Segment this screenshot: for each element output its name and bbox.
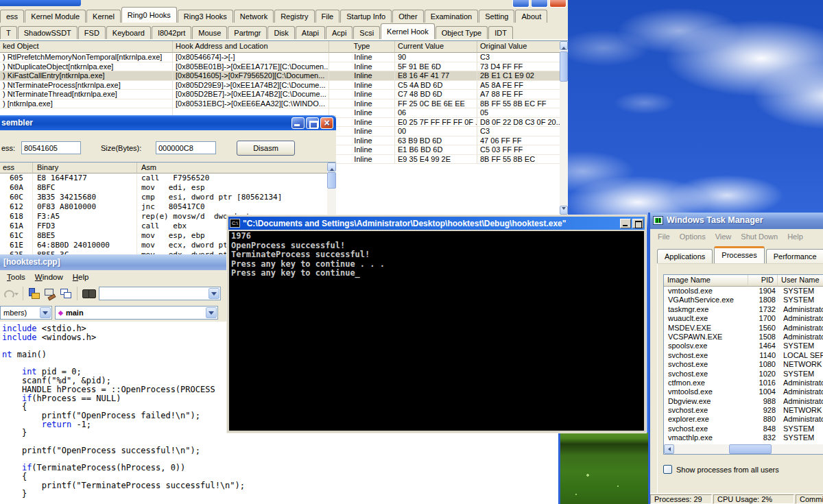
process-row[interactable]: explorer.exe880Administrator bbox=[664, 415, 823, 424]
scroll-thumb[interactable] bbox=[327, 172, 336, 189]
hook-table-row[interactable]: ) NtDuplicateObject[ntkrnlpa.exe][0x805B… bbox=[0, 62, 568, 72]
hook-table-row[interactable]: ) NtTerminateThread[ntkrnlpa.exe][0x805D… bbox=[0, 90, 568, 99]
tab-ring3-hooks[interactable]: Ring3 Hooks bbox=[178, 10, 233, 23]
column-header-current-value[interactable]: Current Value bbox=[395, 41, 477, 53]
process-row[interactable]: wuauclt.exe1700Administrator bbox=[664, 314, 823, 323]
hook-table-row[interactable]: ) NtTerminateProcess[ntkrnlpa.exe][0x805… bbox=[0, 81, 568, 91]
disassembly-row[interactable]: 605E8 164F4177call F7956520 bbox=[0, 173, 336, 183]
menu-window[interactable]: Window bbox=[30, 272, 68, 283]
chevron-down-icon[interactable] bbox=[208, 288, 219, 299]
process-row[interactable]: vmtoolsd.exe1904SYSTEM bbox=[664, 287, 823, 296]
tab-keyboard[interactable]: Keyboard bbox=[106, 26, 151, 39]
scroll-thumb[interactable] bbox=[560, 51, 568, 82]
close-icon[interactable] bbox=[549, 0, 566, 8]
process-row[interactable]: VCSPAWN.EXE1508Administrator bbox=[664, 333, 823, 341]
column-header-ess[interactable]: ess bbox=[0, 163, 33, 173]
tab-kernel-hook[interactable]: Kernel Hook bbox=[381, 23, 435, 39]
size-input[interactable] bbox=[156, 141, 216, 154]
tab-t[interactable]: T bbox=[0, 26, 17, 39]
process-row[interactable]: svchost.exe1020SYSTEM bbox=[664, 370, 823, 379]
function-combo[interactable]: ◆ main bbox=[55, 306, 218, 320]
tab-scsi[interactable]: Scsi bbox=[353, 26, 380, 39]
tab-i8042prt[interactable]: I8042prt bbox=[152, 26, 191, 39]
column-header-user-name[interactable]: User Name bbox=[778, 275, 823, 287]
tab-ring0-hooks[interactable]: Ring0 Hooks bbox=[121, 7, 177, 23]
process-row[interactable]: Dbgview.exe988Administrator bbox=[664, 397, 823, 406]
minimize-icon[interactable] bbox=[620, 219, 631, 228]
process-row[interactable]: svchost.exe928NETWORK SERVICE bbox=[664, 406, 823, 415]
tab-object-type[interactable]: Object Type bbox=[436, 26, 488, 39]
find-in-files-icon[interactable] bbox=[82, 287, 97, 300]
process-row[interactable]: svchost.exe848SYSTEM bbox=[664, 424, 823, 433]
maximize-icon[interactable] bbox=[306, 117, 319, 129]
tab-file[interactable]: File bbox=[315, 10, 340, 23]
column-header-original-value[interactable]: Original Value bbox=[477, 41, 568, 53]
windows-icon[interactable] bbox=[59, 287, 73, 300]
workspace-icon[interactable] bbox=[27, 287, 41, 300]
tab-ess[interactable]: ess bbox=[0, 10, 24, 23]
column-header-image-name[interactable]: Image Name bbox=[664, 275, 748, 287]
tab-applications[interactable]: Applications bbox=[657, 249, 713, 263]
column-header-type[interactable]: Type bbox=[329, 41, 395, 53]
tab-shadowssdt[interactable]: ShadowSSDT bbox=[18, 26, 77, 39]
scroll-down-icon[interactable] bbox=[560, 206, 568, 215]
process-row[interactable]: svchost.exe1140LOCAL SERVICE bbox=[664, 351, 823, 360]
tab-atapi[interactable]: Atapi bbox=[296, 26, 325, 39]
menu-view[interactable]: View bbox=[711, 231, 737, 242]
maximize-icon[interactable] bbox=[531, 0, 548, 8]
process-list-hscrollbar[interactable] bbox=[664, 444, 823, 454]
address-input[interactable] bbox=[21, 141, 81, 154]
tab-disk[interactable]: Disk bbox=[267, 26, 294, 39]
tab-other[interactable]: Other bbox=[392, 10, 424, 23]
tab-mouse[interactable]: Mouse bbox=[192, 26, 227, 39]
hook-table-row[interactable]: ) [ntkrnlpa.exe][0x80531EBC]->[0xEE6EAA3… bbox=[0, 99, 568, 109]
close-icon[interactable] bbox=[320, 117, 333, 129]
tab-examination[interactable]: Examination bbox=[425, 10, 479, 23]
menu-tools[interactable]: Tools bbox=[2, 272, 30, 283]
find-combo[interactable] bbox=[99, 287, 221, 300]
process-row[interactable]: ctfmon.exe1016Administrator bbox=[664, 379, 823, 387]
menu-file[interactable]: File bbox=[653, 231, 675, 242]
column-header-asm[interactable]: Asm bbox=[137, 163, 336, 173]
tab-kernel[interactable]: Kernel bbox=[86, 10, 121, 23]
column-header-binary[interactable]: Binary bbox=[33, 163, 137, 173]
tab-processes[interactable]: Processes bbox=[714, 246, 764, 263]
tab-registry[interactable]: Registry bbox=[274, 10, 314, 23]
scroll-left-icon[interactable] bbox=[664, 444, 674, 454]
process-row[interactable]: spoolsv.exe1464SYSTEM bbox=[664, 341, 823, 350]
build-icon[interactable] bbox=[43, 287, 57, 300]
chevron-down-icon[interactable] bbox=[40, 307, 51, 318]
column-header-hook-address-and-location[interactable]: Hook Address and Location bbox=[173, 41, 329, 53]
disassembly-row[interactable]: 60C3B35 34215680cmp esi, dword ptr [8056… bbox=[0, 193, 336, 202]
disassembly-row[interactable]: 60A8BFCmov edi, esp bbox=[0, 183, 336, 193]
tab-network[interactable]: Network bbox=[234, 10, 274, 23]
process-row[interactable]: VGAuthService.exe1808SYSTEM bbox=[664, 296, 823, 304]
hook-table-scrollbar[interactable] bbox=[560, 41, 568, 215]
scroll-up-icon[interactable] bbox=[327, 163, 336, 171]
tab-fsd[interactable]: FSD bbox=[78, 26, 106, 39]
scroll-up-icon[interactable] bbox=[560, 41, 568, 50]
scroll-thumb[interactable] bbox=[729, 444, 772, 454]
tab-partmgr[interactable]: Partmgr bbox=[228, 26, 267, 39]
symbol-combo[interactable]: mbers) bbox=[0, 306, 52, 320]
menu-help[interactable]: Help bbox=[783, 231, 808, 242]
maximize-icon[interactable] bbox=[632, 219, 643, 228]
tab-setting[interactable]: Setting bbox=[479, 10, 514, 23]
disassembly-row[interactable]: 6120F83 A8010000jnc 805417C0 bbox=[0, 202, 336, 212]
process-row[interactable]: vmacthlp.exe832SYSTEM bbox=[664, 433, 823, 442]
process-row[interactable]: taskmgr.exe1732Administrator bbox=[664, 305, 823, 314]
tab-performance[interactable]: Performance bbox=[766, 249, 823, 263]
process-row[interactable]: svchost.exe1080NETWORK SERVICE bbox=[664, 360, 823, 369]
menu-help[interactable]: Help bbox=[68, 272, 94, 283]
tab-startup-info[interactable]: Startup Info bbox=[340, 10, 392, 23]
menu-options[interactable]: Options bbox=[675, 231, 711, 242]
redo-icon[interactable] bbox=[2, 287, 19, 300]
menu-shut-down[interactable]: Shut Down bbox=[736, 231, 783, 242]
tab-kernel-module[interactable]: Kernel Module bbox=[25, 10, 86, 23]
tab-idt[interactable]: IDT bbox=[488, 26, 513, 39]
process-row[interactable]: vmtoolsd.exe1004Administrator bbox=[664, 387, 823, 396]
hook-table-row[interactable]: ) KiFastCallEntry[ntkrnlpa.exe][0x805416… bbox=[0, 71, 568, 81]
tab-acpi[interactable]: Acpi bbox=[326, 26, 353, 39]
process-row[interactable]: MSDEV.EXE1560Administrator bbox=[664, 324, 823, 333]
show-all-users-checkbox[interactable] bbox=[663, 465, 672, 474]
